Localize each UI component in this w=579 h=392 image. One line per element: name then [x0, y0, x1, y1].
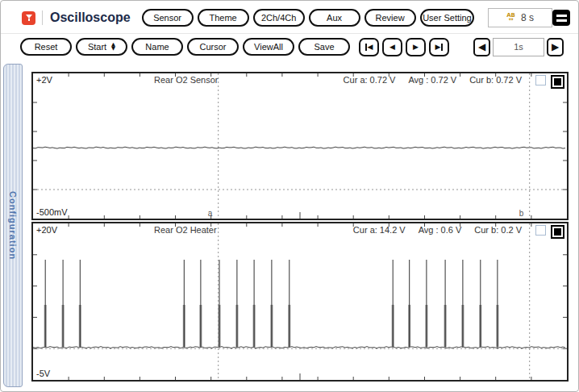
red-dropdown-icon[interactable]	[22, 11, 35, 25]
cursor-a-value: Cur a: 0.72 V	[344, 75, 396, 85]
toolbar-divider	[1, 33, 578, 34]
reset-button[interactable]: Reset	[20, 38, 72, 56]
y-max-label: +20V	[36, 225, 57, 235]
waveform-plot-a[interactable]	[33, 73, 567, 219]
channel-b-measurements: Cur a: 14.2 V Avg : 0.6 V Cur b: 0.2 V	[353, 225, 522, 235]
review-button[interactable]: Review	[364, 9, 416, 27]
cursor-a-value: Cur a: 14.2 V	[353, 225, 406, 235]
cursor-a-label[interactable]: a	[208, 209, 213, 218]
channel-b-color-button[interactable]	[551, 225, 564, 239]
sidebar-tab-configuration[interactable]: Configuration	[3, 64, 23, 387]
sidebar-tab-label: Configuration	[8, 191, 18, 260]
start-spinner-icon[interactable]: ▲▼	[111, 43, 115, 51]
scope-channel-a-panel: +2V Rear O2 Sensor Cur a: 0.72 V Avg : 0…	[31, 72, 569, 220]
channel-mode-button[interactable]: 2Ch/4Ch	[253, 9, 305, 27]
timebase-value: 1s	[493, 38, 544, 56]
name-button[interactable]: Name	[131, 38, 183, 56]
record-time-value: 8 s	[521, 12, 534, 23]
channel-b-checkbox[interactable]	[535, 225, 546, 236]
timebase-decrease-button[interactable]: ◀	[473, 38, 490, 56]
cursor-b-value: Cur b: 0.72 V	[469, 75, 522, 85]
cursor-b-label[interactable]: b	[519, 209, 524, 218]
control-toolbar: Reset Start ▲▼ Name Cursor ViewAll Save …	[20, 36, 570, 57]
timebase-increase-button[interactable]: ▶	[547, 38, 564, 56]
aux-button[interactable]: Aux	[309, 9, 360, 27]
save-button[interactable]: Save	[298, 38, 350, 56]
channel-a-checkbox[interactable]	[535, 75, 546, 85]
avg-value: Avg : 0.72 V	[408, 75, 456, 85]
record-time-display: AB ↔ 8 s	[488, 8, 552, 27]
channel-b-controls	[535, 225, 564, 239]
y-min-label: -500mV	[36, 207, 68, 217]
playback-controls: ◀ ◀ ▶ ▶	[359, 38, 452, 56]
oscilloscope-window: Oscilloscope Sensor Theme 2Ch/4Ch Aux Re…	[0, 0, 579, 392]
skip-to-start-button[interactable]: ◀	[359, 38, 379, 56]
theme-button[interactable]: Theme	[198, 9, 249, 27]
top-toolbar: Oscilloscope Sensor Theme 2Ch/4Ch Aux Re…	[22, 7, 570, 28]
channel-a-measurements: Cur a: 0.72 V Avg : 0.72 V Cur b: 0.72 V	[344, 75, 522, 85]
avg-value: Avg : 0.6 V	[419, 225, 462, 235]
title-separator	[42, 10, 43, 25]
waveform-plot-b[interactable]	[33, 223, 567, 380]
skip-to-end-button[interactable]: ▶	[429, 38, 449, 56]
scope-channel-b-panel: +20V Rear O2 Heater Cur a: 14.2 V Avg : …	[31, 222, 569, 382]
step-back-button[interactable]: ◀	[382, 38, 402, 56]
step-forward-button[interactable]: ▶	[406, 38, 426, 56]
channel-b-title: Rear O2 Heater	[154, 225, 217, 235]
start-button[interactable]: Start ▲▼	[76, 38, 127, 56]
ab-cursor-time-icon: AB ↔	[506, 14, 515, 22]
y-max-label: +2V	[36, 75, 52, 85]
channel-a-title: Rear O2 Sensor	[154, 75, 218, 85]
viewall-button[interactable]: ViewAll	[243, 38, 294, 56]
timebase-controls: ◀ 1s ▶	[473, 38, 564, 56]
sensor-button[interactable]: Sensor	[142, 9, 194, 27]
channel-a-controls	[535, 75, 564, 89]
cursor-button[interactable]: Cursor	[187, 38, 239, 56]
cursor-b-value: Cur b: 0.2 V	[474, 225, 522, 235]
page-title: Oscilloscope	[50, 10, 131, 25]
menu-icon[interactable]	[552, 10, 570, 26]
channel-a-color-button[interactable]	[551, 75, 564, 89]
y-min-label: -5V	[36, 369, 50, 378]
user-setting-button[interactable]: User Setting	[420, 9, 475, 27]
